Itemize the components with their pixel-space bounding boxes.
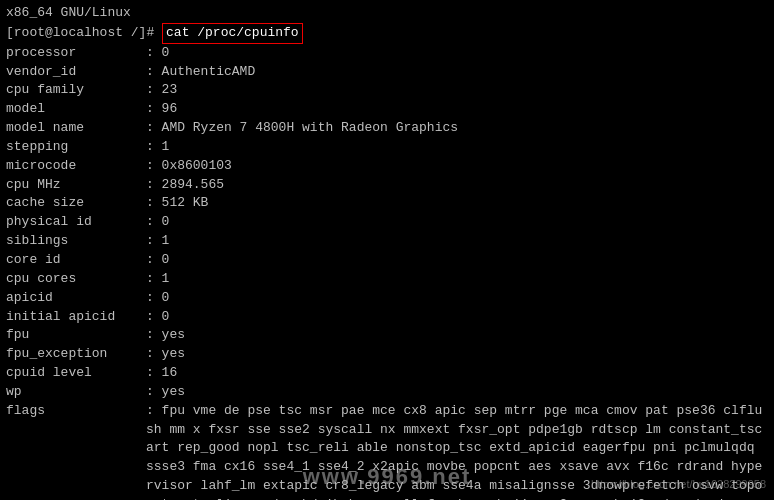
- row-key: cpu family: [6, 81, 146, 100]
- row-value: : 16: [146, 364, 177, 383]
- table-row: microcode: 0x8600103: [6, 157, 768, 176]
- row-value: : AMD Ryzen 7 4800H with Radeon Graphics: [146, 119, 458, 138]
- table-row: fpu: yes: [6, 326, 768, 345]
- row-key: microcode: [6, 157, 146, 176]
- row-key: cpu cores: [6, 270, 146, 289]
- table-row: core id: 0: [6, 251, 768, 270]
- table-row: cpu cores: 1: [6, 270, 768, 289]
- table-row: fpu_exception: yes: [6, 345, 768, 364]
- row-key: vendor_id: [6, 63, 146, 82]
- row-key: apicid: [6, 289, 146, 308]
- row-key: siblings: [6, 232, 146, 251]
- row-value: : yes: [146, 383, 185, 402]
- os-line: x86_64 GNU/Linux: [6, 4, 768, 23]
- table-row: apicid: 0: [6, 289, 768, 308]
- table-row: wp: yes: [6, 383, 768, 402]
- row-value: : 96: [146, 100, 177, 119]
- table-row: stepping: 1: [6, 138, 768, 157]
- table-row: processor: 0: [6, 44, 768, 63]
- row-key: core id: [6, 251, 146, 270]
- table-row: cache size: 512 KB: [6, 194, 768, 213]
- row-value: : 512 KB: [146, 194, 208, 213]
- table-row: model name: AMD Ryzen 7 4800H with Radeo…: [6, 119, 768, 138]
- row-value: : 0: [146, 251, 169, 270]
- row-key: cpu MHz: [6, 176, 146, 195]
- row-key: fpu_exception: [6, 345, 146, 364]
- row-value: : 23: [146, 81, 177, 100]
- row-value: : 1: [146, 270, 169, 289]
- prompt: [root@localhost /]#: [6, 24, 162, 43]
- table-row: initial apicid: 0: [6, 308, 768, 327]
- row-key: wp: [6, 383, 146, 402]
- flags-line: flags: fpu vme de pse tsc msr pae mce cx…: [6, 402, 768, 500]
- flags-value: : fpu vme de pse tsc msr pae mce cx8 api…: [146, 402, 768, 500]
- row-value: : yes: [146, 345, 185, 364]
- flags-key: flags: [6, 402, 146, 421]
- row-key: processor: [6, 44, 146, 63]
- command-highlight: cat /proc/cpuinfo: [162, 23, 303, 44]
- table-row: model: 96: [6, 100, 768, 119]
- table-row: physical id: 0: [6, 213, 768, 232]
- row-value: : 1: [146, 232, 169, 251]
- row-value: : AuthenticAMD: [146, 63, 255, 82]
- terminal: x86_64 GNU/Linux [root@localhost /]# cat…: [0, 0, 774, 500]
- row-key: cpuid level: [6, 364, 146, 383]
- row-key: model: [6, 100, 146, 119]
- info-rows: processor: 0vendor_id: AuthenticAMDcpu f…: [6, 44, 768, 402]
- command-line: [root@localhost /]# cat /proc/cpuinfo: [6, 23, 768, 44]
- row-value: : 0: [146, 213, 169, 232]
- table-row: cpuid level: 16: [6, 364, 768, 383]
- row-value: : 0x8600103: [146, 157, 232, 176]
- row-value: : 0: [146, 289, 169, 308]
- row-key: physical id: [6, 213, 146, 232]
- table-row: siblings: 1: [6, 232, 768, 251]
- row-key: model name: [6, 119, 146, 138]
- row-value: : 2894.565: [146, 176, 224, 195]
- row-value: : 1: [146, 138, 169, 157]
- row-value: : 0: [146, 44, 169, 63]
- row-value: : 0: [146, 308, 169, 327]
- table-row: cpu family: 23: [6, 81, 768, 100]
- row-key: initial apicid: [6, 308, 146, 327]
- row-value: : yes: [146, 326, 185, 345]
- row-key: cache size: [6, 194, 146, 213]
- row-key: fpu: [6, 326, 146, 345]
- table-row: vendor_id: AuthenticAMD: [6, 63, 768, 82]
- table-row: cpu MHz: 2894.565: [6, 176, 768, 195]
- row-key: stepping: [6, 138, 146, 157]
